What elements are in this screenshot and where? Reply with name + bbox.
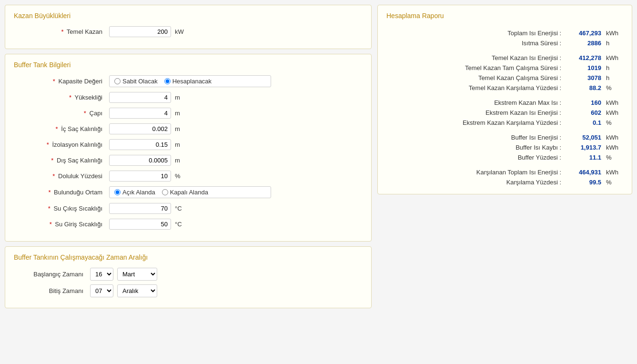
report-row: Ekstrem Kazan Max Isı : 160 kWh: [386, 98, 623, 108]
report-row-value: 0.1: [566, 118, 604, 128]
report-spacer: [386, 93, 623, 98]
report-row-label: Toplam Isı Enerjisi :: [386, 28, 566, 38]
report-row: Ekstrem Kazan Isı Enerjisi : 602 kWh: [386, 108, 623, 118]
report-row-unit: kWh: [604, 142, 623, 152]
bitis-month-select[interactable]: OcakŞubatMart NisanMayısHaziran TemmuzAğ…: [117, 284, 157, 297]
su-giris-row: * Su Giriş Sıcaklığı °C: [14, 219, 363, 230]
left-panel: Kazan Büyüklükleri * Temel Kazan kW Buff…: [5, 5, 372, 308]
report-row-unit: %: [604, 118, 623, 128]
report-row: Karşılanan Toplam Isı Enerjisi : 464,931…: [386, 167, 623, 177]
report-row-value: 464,931: [566, 167, 604, 177]
kapali-alanda-option[interactable]: Kapalı Alanda: [162, 189, 208, 196]
su-cikis-input[interactable]: [109, 203, 171, 214]
report-row-value: 467,293: [566, 28, 604, 38]
cap-input[interactable]: [109, 108, 171, 119]
report-row: Ekstrem Kazan Karşılama Yüzdesi : 0.1 %: [386, 118, 623, 128]
report-table: Toplam Isı Enerjisi : 467,293 kWh Isıtma…: [386, 28, 623, 187]
kapasite-label: * Kapasite Değeri: [14, 78, 109, 85]
time-title: Buffer Tankının Çalışmayacağı Zaman Aral…: [14, 253, 363, 261]
sabit-olacak-option[interactable]: Sabit Olacak: [114, 78, 158, 85]
report-row-unit: h: [604, 38, 623, 48]
su-giris-input[interactable]: [109, 219, 171, 230]
baslangic-selects: 01020304 05060708 09101112 13141516 1718…: [90, 268, 157, 281]
report-row-label: Ekstrem Kazan Max Isı :: [386, 98, 566, 108]
kapali-alanda-radio[interactable]: [162, 189, 168, 195]
report-row-label: Isıtma Süresi :: [386, 38, 566, 48]
report-row-label: Buffer Isı Enerjisi :: [386, 132, 566, 142]
report-row-unit: %: [604, 83, 623, 93]
report-row-unit: kWh: [604, 28, 623, 38]
right-panel: Hesaplama Raporu Toplam Isı Enerjisi : 4…: [377, 5, 632, 308]
report-row-unit: %: [604, 152, 623, 162]
doluluk-row: * Doluluk Yüzdesi %: [14, 171, 363, 182]
yukseklik-row: * Yüksekliği m: [14, 92, 363, 103]
sabit-olacak-radio[interactable]: [114, 78, 121, 84]
bitis-row: Bitiş Zamanı 01020304 05060708 09101112 …: [14, 284, 363, 297]
doluluk-input[interactable]: [109, 171, 171, 182]
bitis-label: Bitiş Zamanı: [14, 287, 90, 294]
report-row-unit: h: [604, 73, 623, 83]
report-row-label: Karşılanan Toplam Isı Enerjisi :: [386, 167, 566, 177]
report-row-label: Temel Kazan Çalışma Süresi :: [386, 73, 566, 83]
kapasite-row: * Kapasite Değeri Sabit Olacak Hesaplana…: [14, 75, 363, 87]
report-row-value: 99.5: [566, 177, 604, 187]
report-row-value: 3078: [566, 73, 604, 83]
buffer-title: Buffer Tank Bilgileri: [14, 61, 363, 69]
temel-kazan-input[interactable]: [109, 26, 171, 37]
izolasyon-input[interactable]: [109, 139, 171, 150]
report-row: Karşılama Yüzdesi : 99.5 %: [386, 177, 623, 187]
baslangic-day-select[interactable]: 01020304 05060708 09101112 13141516 1718…: [90, 268, 113, 281]
report-row-label: Temel Kazan Isı Enerjisi :: [386, 53, 566, 63]
report-row: Temel Kazan Isı Enerjisi : 412,278 kWh: [386, 53, 623, 63]
buffer-card: Buffer Tank Bilgileri * Kapasite Değeri …: [5, 54, 372, 242]
hesaplanacak-option[interactable]: Hesaplanacak: [164, 78, 212, 85]
report-row-label: Buffer Yüzdesi :: [386, 152, 566, 162]
report-row-value: 412,278: [566, 53, 604, 63]
report-row-unit: kWh: [604, 167, 623, 177]
report-row-unit: %: [604, 177, 623, 187]
izolasyon-row: * İzolasyon Kalınlığı m: [14, 139, 363, 150]
baslangic-month-select[interactable]: OcakŞubatMart NisanMayısHaziran TemmuzAğ…: [117, 268, 157, 281]
report-spacer: [386, 48, 623, 53]
report-spacer: [386, 162, 623, 167]
temel-kazan-label: * Temel Kazan: [14, 28, 109, 35]
report-card: Hesaplama Raporu Toplam Isı Enerjisi : 4…: [377, 5, 632, 194]
report-row-label: Karşılama Yüzdesi :: [386, 177, 566, 187]
report-row-label: Ekstrem Kazan Isı Enerjisi :: [386, 108, 566, 118]
report-row: Isıtma Süresi : 2886 h: [386, 38, 623, 48]
dis-sac-input[interactable]: [109, 155, 171, 166]
ortam-radio-group: Açık Alanda Kapalı Alanda: [109, 186, 271, 198]
report-row: Temel Kazan Tam Çalışma Süresi : 1019 h: [386, 63, 623, 73]
dis-sac-row: * Dış Saç Kalınlığı m: [14, 155, 363, 166]
ic-sac-row: * İç Saç Kalınlığı m: [14, 123, 363, 134]
report-row-value: 602: [566, 108, 604, 118]
report-row-unit: kWh: [604, 98, 623, 108]
baslangic-row: Başlangıç Zamanı 01020304 05060708 09101…: [14, 268, 363, 281]
report-row-value: 2886: [566, 38, 604, 48]
cap-row: * Çapı m: [14, 108, 363, 119]
ic-sac-input[interactable]: [109, 123, 171, 134]
hesaplanacak-radio[interactable]: [164, 78, 171, 84]
report-row: Buffer Yüzdesi : 11.1 %: [386, 152, 623, 162]
report-row-value: 52,051: [566, 132, 604, 142]
report-row-unit: kWh: [604, 108, 623, 118]
boiler-title: Kazan Büyüklükleri: [14, 12, 363, 20]
bitis-selects: 01020304 05060708 09101112 13141516 1718…: [90, 284, 157, 297]
acik-alanda-radio[interactable]: [114, 189, 121, 195]
boiler-card: Kazan Büyüklükleri * Temel Kazan kW: [5, 5, 372, 49]
report-row-unit: kWh: [604, 53, 623, 63]
report-row-value: 160: [566, 98, 604, 108]
report-row-label: Ekstrem Kazan Karşılama Yüzdesi :: [386, 118, 566, 128]
bitis-day-select[interactable]: 01020304 05060708 09101112 13141516 1718…: [90, 284, 113, 297]
temel-kazan-unit: kW: [175, 28, 189, 35]
time-card: Buffer Tankının Çalışmayacağı Zaman Aral…: [5, 246, 372, 308]
main-layout: Kazan Büyüklükleri * Temel Kazan kW Buff…: [5, 5, 632, 308]
report-spacer: [386, 128, 623, 132]
yukseklik-input[interactable]: [109, 92, 171, 103]
required-star: *: [61, 28, 63, 35]
report-row-value: 11.1: [566, 152, 604, 162]
report-row-unit: kWh: [604, 132, 623, 142]
ortam-row: * Bulunduğu Ortam Açık Alanda Kapalı Ala…: [14, 186, 363, 198]
temel-kazan-row: * Temel Kazan kW: [14, 26, 363, 37]
acik-alanda-option[interactable]: Açık Alanda: [114, 189, 155, 196]
